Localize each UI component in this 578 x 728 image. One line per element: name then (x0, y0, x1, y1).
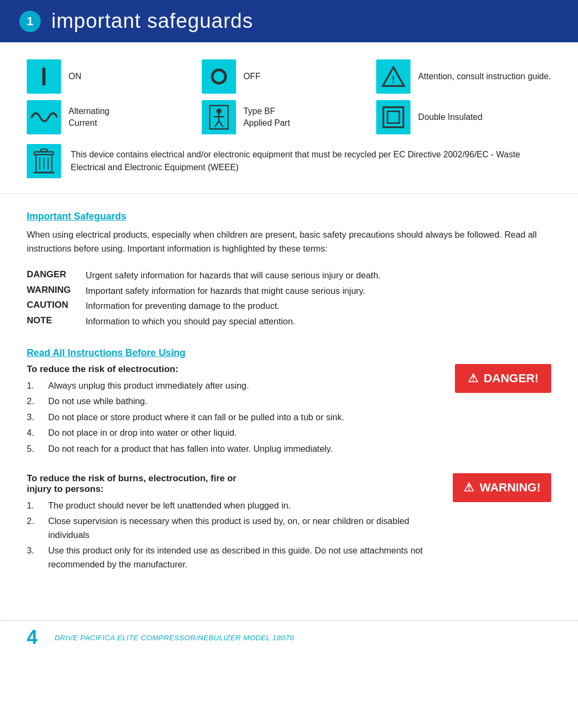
warning-left: To reduce the risk of burns, electrocuti… (27, 473, 440, 576)
svg-line-7 (219, 121, 223, 127)
bf-label: Type BFApplied Part (244, 105, 290, 128)
svg-line-6 (215, 121, 219, 127)
danger-subheading: To reduce the risk of electrocution: (27, 364, 442, 375)
symbol-attention: ! Attention, consult instruction guide. (376, 59, 551, 94)
list-item: 2.Close supervision is necessary when th… (27, 514, 440, 542)
off-label: OFF (244, 71, 261, 82)
list-item: 2.Do not use while bathing. (27, 395, 442, 408)
weee-text: This device contains electrical and/or e… (71, 148, 551, 174)
footer-text: DRIVE PACIFICA ELITE COMPRESSOR/NEBULIZE… (55, 634, 294, 642)
read-instructions-section: Read All Instructions Before Using To re… (27, 347, 551, 460)
symbols-grid: ON OFF ! Attention, consult instruction … (27, 59, 551, 134)
symbol-ac: AlternatingCurrent (27, 100, 202, 134)
off-icon (202, 59, 236, 94)
term-danger-val: Urgent safety information for hazards th… (86, 269, 551, 282)
svg-rect-12 (41, 149, 47, 151)
term-warning-key: WARNING (27, 284, 86, 295)
on-icon (27, 59, 61, 94)
svg-rect-9 (387, 111, 399, 123)
weee-row: This device contains electrical and/or e… (27, 144, 551, 183)
on-label: ON (69, 71, 81, 82)
symbol-bf: Type BFApplied Part (202, 100, 377, 134)
bf-icon (202, 100, 236, 134)
warning-badge: ⚠ WARNING! (453, 473, 551, 502)
main-content: Important Safeguards When using electric… (0, 194, 578, 599)
ac-label: AlternatingCurrent (69, 105, 110, 128)
warning-triangle-icon: ⚠ (463, 481, 474, 495)
term-caution-val: Information for preventing damage to the… (86, 299, 551, 313)
warning-section: To reduce the risk of burns, electrocuti… (27, 473, 551, 576)
page-footer: 4 DRIVE PACIFICA ELITE COMPRESSOR/NEBULI… (0, 620, 578, 654)
danger-left: To reduce the risk of electrocution: 1.A… (27, 364, 442, 460)
danger-badge-label: DANGER! (484, 371, 539, 385)
symbol-double: Double Insulated (376, 100, 551, 134)
symbol-on: ON (27, 59, 202, 94)
danger-subsection: To reduce the risk of electrocution: 1.A… (27, 364, 551, 460)
list-item: 1.The product should never be left unatt… (27, 499, 440, 513)
read-instructions-title: Read All Instructions Before Using (27, 347, 551, 359)
term-danger-key: DANGER (27, 269, 86, 280)
svg-text:!: ! (392, 74, 395, 85)
danger-list: 1.Always unplug this product immediately… (27, 379, 442, 456)
terms-table: DANGER Urgent safety information for haz… (27, 269, 551, 328)
list-item: 4.Do not place in or drop into water or … (27, 426, 442, 440)
important-safeguards-section: Important Safeguards When using electric… (27, 211, 551, 256)
symbols-section: ON OFF ! Attention, consult instruction … (0, 42, 578, 194)
warning-list: 1.The product should never be left unatt… (27, 499, 440, 572)
page-number: 4 (27, 626, 37, 649)
term-warning-val: Important safety information for hazards… (86, 284, 551, 298)
danger-triangle-icon: ⚠ (468, 371, 478, 385)
double-insulated-icon (376, 100, 410, 134)
bar-shape (42, 67, 45, 86)
section-number: 1 (19, 11, 41, 32)
attention-label: Attention, consult instruction guide. (418, 71, 551, 82)
list-item: 5.Do not reach for a product that has fa… (27, 442, 442, 456)
warning-header-row: To reduce the risk of burns, electrocuti… (27, 473, 551, 576)
svg-point-3 (216, 109, 222, 114)
intro-text: When using electrical products, especial… (27, 228, 551, 256)
svg-rect-8 (384, 107, 404, 127)
symbol-off: OFF (202, 59, 377, 94)
list-item: 3.Use this product only for its intended… (27, 544, 440, 571)
circle-shape (211, 69, 227, 85)
warning-subheading: To reduce the risk of burns, electrocuti… (27, 473, 440, 495)
list-item: 1.Always unplug this product immediately… (27, 379, 442, 393)
double-label: Double Insulated (418, 111, 482, 123)
weee-icon (27, 144, 61, 178)
list-item: 3.Do not place or store product where it… (27, 411, 442, 424)
page-title: important safeguards (51, 10, 253, 33)
important-safeguards-title: Important Safeguards (27, 211, 551, 222)
warning-badge-label: WARNING! (480, 481, 541, 495)
page-header: 1 important safeguards (0, 0, 578, 42)
term-note-val: Information to which you should pay spec… (86, 315, 551, 328)
term-note-key: NOTE (27, 315, 86, 326)
ac-icon (27, 100, 61, 134)
attention-icon: ! (376, 59, 410, 94)
danger-badge: ⚠ DANGER! (455, 364, 551, 393)
term-caution-key: CAUTION (27, 299, 86, 310)
